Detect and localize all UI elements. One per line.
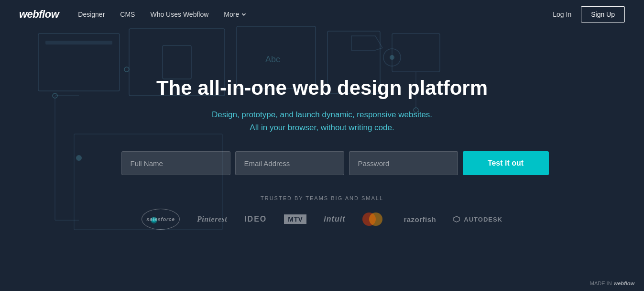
- mastercard-logo: [362, 212, 386, 227]
- cta-button[interactable]: Test it out: [463, 151, 549, 175]
- trusted-section: TRUSTED BY TEAMS BIG AND SMALL salesforc…: [0, 195, 644, 230]
- signup-form: Test it out: [59, 151, 585, 175]
- brand-logo[interactable]: webflow: [19, 8, 59, 21]
- made-in-footer: MADE IN webflow: [590, 280, 634, 286]
- email-input[interactable]: [235, 151, 344, 175]
- ideo-logo: IDEO: [244, 215, 267, 224]
- hero-subtitle: Design, prototype, and launch dynamic, r…: [212, 108, 432, 134]
- chevron-down-icon: [242, 11, 246, 15]
- nav-who-uses[interactable]: Who Uses Webflow: [150, 11, 208, 18]
- password-input[interactable]: [349, 151, 458, 175]
- autodesk-icon: [453, 216, 460, 223]
- nav-designer[interactable]: Designer: [78, 11, 105, 18]
- login-button[interactable]: Log In: [553, 11, 571, 18]
- hero-subtitle-line2: All in your browser, without writing cod…: [250, 123, 394, 132]
- hero-title: The all-in-one web design platform: [156, 77, 488, 100]
- intuit-logo: intuit: [324, 215, 345, 224]
- mtv-logo: MTV: [284, 214, 306, 224]
- trusted-label: TRUSTED BY TEAMS BIG AND SMALL: [0, 195, 644, 201]
- logos-row: salesforce Pinterest IDEO MTV intuit raz…: [0, 209, 644, 230]
- nav-more-dropdown[interactable]: More: [224, 11, 245, 18]
- autodesk-logo: AUTODESK: [453, 216, 502, 223]
- nav-more-label: More: [224, 11, 239, 18]
- salesforce-logo: salesforce: [142, 209, 180, 230]
- hero-section: The all-in-one web design platform Desig…: [0, 29, 644, 175]
- signup-button[interactable]: Sign Up: [581, 6, 625, 22]
- navbar: webflow Designer CMS Who Uses Webflow Mo…: [0, 0, 644, 29]
- nav-links: Designer CMS Who Uses Webflow More: [78, 11, 553, 18]
- razorfish-logo: razorfish: [404, 215, 436, 224]
- svg-marker-21: [454, 216, 459, 222]
- nav-actions: Log In Sign Up: [553, 6, 625, 22]
- made-in-brand: webflow: [614, 280, 634, 286]
- hero-subtitle-line1: Design, prototype, and launch dynamic, r…: [212, 110, 432, 119]
- made-in-label: MADE IN: [590, 280, 612, 286]
- pinterest-logo: Pinterest: [197, 215, 227, 224]
- fullname-input[interactable]: [121, 151, 230, 175]
- nav-cms[interactable]: CMS: [120, 11, 135, 18]
